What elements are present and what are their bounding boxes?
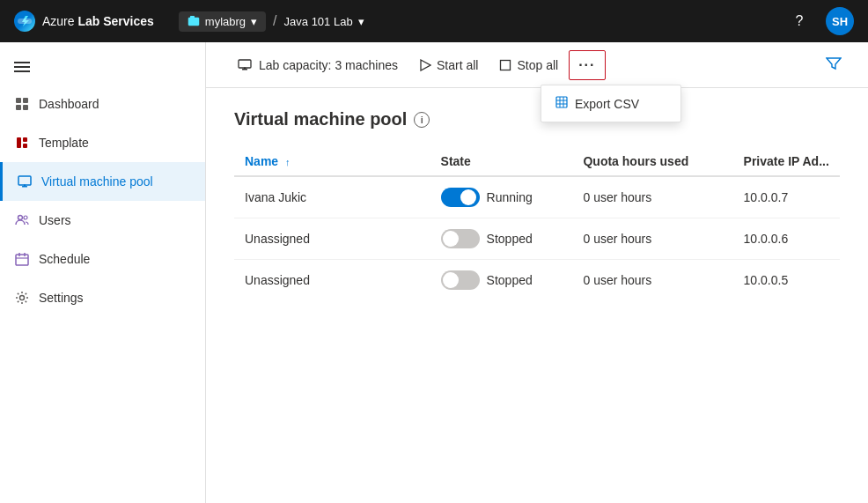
app-name: Azure Lab Services — [42, 14, 154, 28]
stop-all-button[interactable]: Stop all — [489, 49, 569, 81]
state-label: Running — [487, 190, 533, 204]
breadcrumb-separator: / — [273, 13, 276, 29]
svg-rect-14 — [24, 185, 26, 187]
sidebar-item-label: Virtual machine pool — [41, 174, 153, 189]
export-csv-item[interactable]: Export CSV — [541, 89, 680, 118]
svg-rect-7 — [16, 105, 21, 110]
svg-rect-9 — [17, 137, 21, 148]
sidebar-item-settings[interactable]: Settings — [0, 278, 205, 317]
col-header-state: State — [430, 147, 573, 176]
vm-toggle[interactable] — [441, 188, 480, 207]
export-csv-label: Export CSV — [575, 97, 639, 111]
svg-rect-5 — [16, 98, 21, 103]
svg-rect-2 — [14, 62, 30, 63]
sidebar-item-dashboard[interactable]: Dashboard — [0, 85, 205, 123]
state-label: Stopped — [487, 273, 533, 287]
breadcrumb-group[interactable]: mylabrg ▾ — [179, 11, 266, 32]
cell-name: Unassigned — [234, 260, 430, 301]
dashboard-icon — [14, 96, 30, 112]
svg-marker-25 — [421, 60, 430, 70]
cell-ip: 10.0.0.5 — [733, 260, 840, 301]
start-all-button[interactable]: Start all — [408, 49, 489, 81]
app-body: Dashboard Template Virtual — [0, 42, 868, 503]
template-icon — [14, 135, 30, 151]
table-row: Unassigned Stopped 0 user hours10.0.0.6 — [234, 218, 840, 260]
stop-all-label: Stop all — [517, 58, 558, 72]
start-icon — [419, 59, 431, 71]
more-button[interactable]: ··· — [569, 50, 605, 80]
filter-icon — [826, 56, 842, 70]
users-icon — [14, 212, 30, 228]
cell-ip: 10.0.0.7 — [733, 176, 840, 218]
svg-point-16 — [24, 216, 27, 219]
main-content: Lab capacity: 3 machines Start all Stop … — [206, 42, 868, 503]
sidebar-item-label: Template — [39, 136, 89, 150]
cell-name: Unassigned — [234, 218, 430, 260]
logo-icon — [14, 11, 35, 32]
page-title: Virtual machine pool i — [234, 109, 840, 129]
breadcrumb-group-name: mylabrg — [205, 15, 246, 28]
cell-state: Running — [430, 176, 573, 218]
svg-rect-8 — [23, 105, 28, 110]
vm-toggle[interactable] — [441, 270, 480, 290]
capacity-text: Lab capacity: 3 machines — [259, 58, 398, 72]
col-header-quota: Quota hours used — [572, 147, 732, 176]
svg-rect-17 — [16, 255, 28, 265]
cell-quota: 0 user hours — [572, 260, 732, 301]
svg-rect-12 — [18, 176, 31, 185]
sidebar-item-template[interactable]: Template — [0, 123, 205, 162]
export-dropdown: Export CSV — [541, 85, 681, 122]
col-header-ip: Private IP Ad... — [733, 147, 840, 176]
svg-rect-3 — [14, 66, 30, 68]
start-all-label: Start all — [437, 58, 478, 72]
lab-chevron: ▾ — [358, 15, 364, 28]
svg-rect-27 — [556, 97, 567, 107]
settings-icon — [14, 290, 30, 306]
monitor-icon — [17, 174, 33, 189]
sidebar-item-schedule[interactable]: Schedule — [0, 240, 205, 278]
svg-point-15 — [18, 216, 23, 220]
svg-rect-4 — [14, 70, 30, 72]
state-label: Stopped — [487, 232, 533, 246]
top-nav: Azure Lab Services mylabrg ▾ / Java 101 … — [0, 0, 868, 42]
content-area: Virtual machine pool i Name ↑ State Quot… — [206, 88, 868, 503]
user-avatar[interactable]: SH — [826, 7, 854, 35]
help-button[interactable]: ? — [787, 9, 812, 33]
cell-quota: 0 user hours — [572, 176, 732, 218]
breadcrumb-lab[interactable]: Java 101 Lab ▾ — [284, 15, 364, 28]
info-icon[interactable]: i — [414, 112, 430, 128]
cell-ip: 10.0.0.6 — [733, 218, 840, 260]
sidebar-item-label: Users — [39, 213, 71, 227]
sidebar: Dashboard Template Virtual — [0, 42, 206, 503]
col-header-name: Name ↑ — [234, 147, 430, 176]
export-csv-icon — [555, 96, 568, 111]
svg-rect-6 — [23, 98, 28, 103]
sidebar-item-label: Schedule — [39, 252, 90, 266]
toolbar-right — [820, 51, 847, 79]
lab-name: Java 101 Lab — [284, 15, 353, 28]
svg-rect-26 — [501, 60, 511, 70]
sidebar-item-label: Dashboard — [39, 97, 99, 111]
stop-icon — [499, 59, 511, 71]
lab-capacity: Lab capacity: 3 machines — [227, 58, 408, 72]
toolbar: Lab capacity: 3 machines Start all Stop … — [206, 42, 868, 88]
collapse-icon — [14, 61, 30, 73]
table-row: Unassigned Stopped 0 user hours10.0.0.5 — [234, 260, 840, 301]
svg-rect-22 — [239, 60, 251, 68]
cell-state: Stopped — [430, 218, 573, 260]
cell-name: Ivana Jukic — [234, 176, 430, 218]
svg-rect-1 — [190, 16, 195, 18]
filter-button[interactable] — [820, 51, 847, 79]
table-row: Ivana Jukic Running 0 user hours10.0.0.7 — [234, 176, 840, 218]
vm-toggle[interactable] — [441, 229, 480, 248]
svg-rect-24 — [244, 67, 246, 69]
sidebar-item-users[interactable]: Users — [0, 201, 205, 240]
more-label: ··· — [578, 57, 595, 73]
svg-rect-11 — [23, 144, 27, 148]
nav-right: ? SH — [787, 7, 854, 35]
sidebar-item-virtual-machine-pool[interactable]: Virtual machine pool — [0, 162, 205, 201]
sidebar-collapse-button[interactable] — [0, 49, 205, 85]
app-logo: Azure Lab Services — [14, 11, 154, 32]
cell-quota: 0 user hours — [572, 218, 732, 260]
resource-group-icon — [188, 15, 200, 27]
